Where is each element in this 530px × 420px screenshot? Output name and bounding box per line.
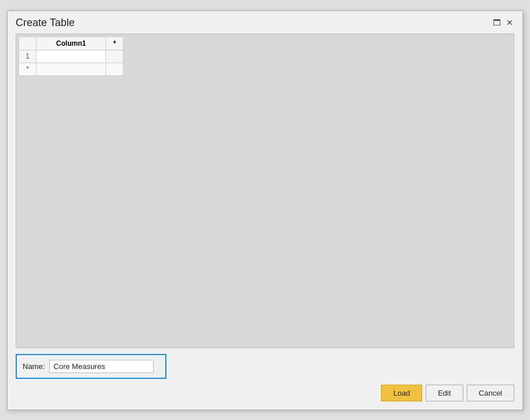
cancel-button[interactable]: Cancel [467, 385, 514, 401]
table-header-row: Column1 * [19, 36, 124, 50]
column1-header[interactable]: Column1 [37, 36, 106, 50]
dialog-title: Create Table [16, 17, 75, 29]
data-table: Column1 * 1 * [19, 36, 124, 76]
window-controls: 🗖 ✕ [492, 18, 514, 27]
data-cell-new[interactable] [37, 63, 106, 75]
button-row: Load Edit Cancel [16, 385, 514, 404]
table-row: 1 [19, 50, 124, 63]
load-button[interactable]: Load [381, 385, 422, 401]
create-table-dialog: Create Table 🗖 ✕ Column1 * 1 [7, 10, 523, 410]
minimize-button[interactable]: 🗖 [492, 18, 502, 27]
table-wrapper: Column1 * 1 * [16, 34, 126, 78]
bottom-section: Name: Load Edit Cancel [8, 348, 522, 410]
name-label: Name: [23, 362, 45, 371]
star-cell-1 [106, 50, 124, 63]
row-number-header [19, 36, 37, 50]
title-bar: Create Table 🗖 ✕ [8, 11, 522, 34]
data-cell-1[interactable] [37, 50, 106, 63]
name-input[interactable] [49, 360, 154, 373]
star-cell-new [106, 63, 124, 75]
name-field-container: Name: [16, 354, 166, 379]
close-button[interactable]: ✕ [505, 18, 514, 27]
row-num-new: * [19, 63, 37, 75]
edit-button[interactable]: Edit [426, 385, 463, 401]
table-row-new: * [19, 63, 124, 75]
star-header[interactable]: * [106, 36, 124, 50]
row-num-1: 1 [19, 50, 37, 63]
table-content-area: Column1 * 1 * [16, 34, 514, 348]
